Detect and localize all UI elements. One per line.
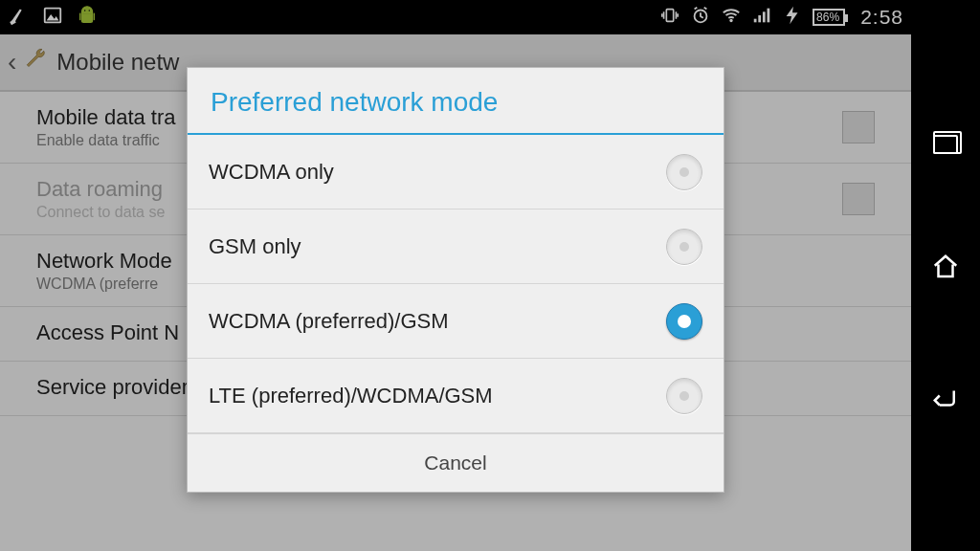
dialog-option[interactable]: WCDMA (preferred)/GSM — [188, 284, 724, 359]
radio-button[interactable] — [666, 378, 702, 414]
radio-button[interactable] — [666, 303, 702, 340]
dialog-option[interactable]: WCDMA only — [188, 135, 724, 209]
home-button[interactable] — [931, 253, 960, 285]
dialog-title: Preferred network mode — [188, 68, 724, 135]
cancel-button[interactable]: Cancel — [188, 433, 724, 492]
hardware-nav — [911, 0, 980, 551]
dialog-option[interactable]: GSM only — [188, 209, 724, 284]
dialog-option-label: LTE (preferred)/WCDMA/GSM — [209, 384, 666, 408]
dialog-option-label: WCDMA (preferred)/GSM — [209, 309, 666, 334]
dialog-option-label: GSM only — [209, 234, 666, 259]
back-button[interactable] — [931, 384, 960, 416]
network-mode-dialog: Preferred network mode WCDMA onlyGSM onl… — [187, 67, 724, 493]
recent-apps-button[interactable] — [933, 135, 958, 154]
dialog-option-label: WCDMA only — [209, 160, 666, 185]
screen: 86% 2:58 ‹ Mobile netw Mobile data traEn… — [0, 0, 911, 551]
radio-button[interactable] — [666, 154, 702, 190]
dialog-option-list: WCDMA onlyGSM onlyWCDMA (preferred)/GSML… — [188, 135, 724, 433]
dialog-option[interactable]: LTE (preferred)/WCDMA/GSM — [188, 359, 724, 433]
radio-button[interactable] — [666, 229, 702, 265]
